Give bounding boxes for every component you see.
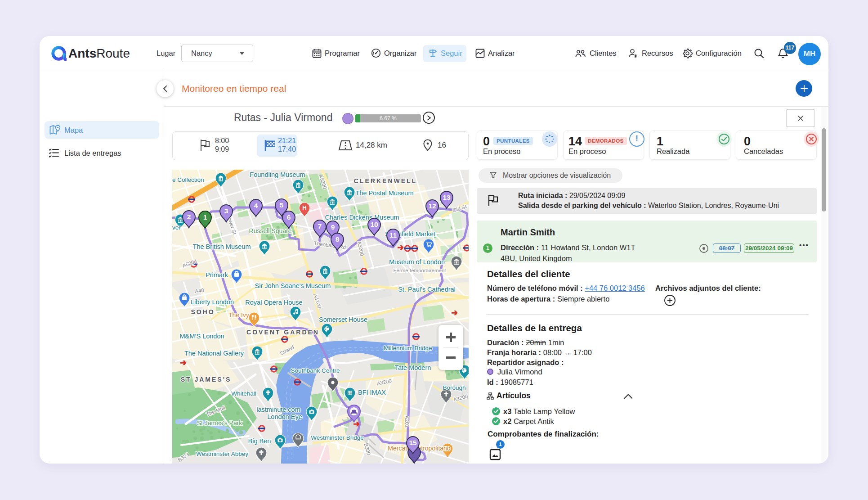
svg-text:Russell Square: Russell Square — [249, 227, 292, 234]
svg-text:8: 8 — [336, 235, 340, 243]
svg-text:ST JAMES'S: ST JAMES'S — [181, 376, 232, 383]
svg-text:Primark: Primark — [206, 271, 228, 279]
svg-text:Whitehall: Whitehall — [231, 390, 256, 397]
svg-text:Liberty London: Liberty London — [191, 298, 234, 306]
svg-text:12: 12 — [428, 202, 436, 210]
svg-text:6: 6 — [287, 213, 291, 221]
svg-text:St. Paul's Cathedral: St. Paul's Cathedral — [398, 286, 456, 293]
svg-text:5: 5 — [280, 201, 284, 209]
svg-text:The National Gallery: The National Gallery — [184, 350, 244, 357]
svg-text:The Ivy: The Ivy — [228, 311, 249, 319]
svg-text:London Eye: London Eye — [267, 413, 302, 420]
svg-text:Fermé temporairement: Fermé temporairement — [394, 268, 447, 273]
svg-text:7: 7 — [318, 222, 322, 230]
svg-text:Sir John Soane's Museum: Sir John Soane's Museum — [255, 282, 331, 289]
svg-text:Westminster Bridge: Westminster Bridge — [311, 434, 364, 441]
svg-text:Charles Dickens Museum: Charles Dickens Museum — [325, 214, 399, 221]
svg-text:M&M’S London: M&M’S London — [179, 333, 224, 340]
svg-text:2: 2 — [187, 213, 191, 221]
svg-text:lastminute.com: lastminute.com — [256, 406, 300, 413]
svg-text:COVENT GARDEN: COVENT GARDEN — [246, 329, 319, 336]
svg-text:Millennium Bridge: Millennium Bridge — [384, 345, 432, 351]
svg-text:BFI IMAX: BFI IMAX — [358, 389, 386, 396]
svg-text:Southbank Centre: Southbank Centre — [291, 367, 340, 374]
svg-text:15: 15 — [409, 439, 417, 446]
svg-text:ver: ver — [172, 224, 181, 231]
svg-text:e Collection: e Collection — [172, 176, 204, 183]
svg-text:Big Ben: Big Ben — [248, 437, 271, 445]
svg-text:Foundling Museum: Foundling Museum — [250, 171, 305, 178]
svg-text:SOHO: SOHO — [191, 308, 215, 315]
svg-text:H: H — [302, 204, 306, 211]
svg-text:1: 1 — [203, 213, 207, 221]
svg-text:St James's Park: St James's Park — [197, 419, 243, 427]
svg-text:Tate Modern: Tate Modern — [395, 364, 431, 371]
svg-text:A201: A201 — [404, 415, 410, 428]
svg-text:9: 9 — [331, 223, 335, 231]
svg-text:11: 11 — [389, 231, 397, 239]
svg-text:Museum of London: Museum of London — [389, 258, 445, 266]
svg-text:Royal Opera House: Royal Opera House — [245, 299, 302, 306]
svg-text:Borough: Borough — [443, 384, 465, 391]
svg-text:The British Museum: The British Museum — [193, 243, 251, 250]
svg-text:13: 13 — [443, 194, 451, 201]
svg-text:3: 3 — [224, 207, 228, 215]
svg-text:10: 10 — [370, 221, 378, 228]
svg-text:Somerset House: Somerset House — [319, 316, 367, 323]
svg-text:4: 4 — [254, 202, 258, 209]
svg-text:Westminster Abbey: Westminster Abbey — [196, 450, 248, 457]
svg-text:The Postal Museum: The Postal Museum — [356, 189, 414, 197]
svg-text:CLERKENWELL: CLERKENWELL — [354, 177, 417, 185]
